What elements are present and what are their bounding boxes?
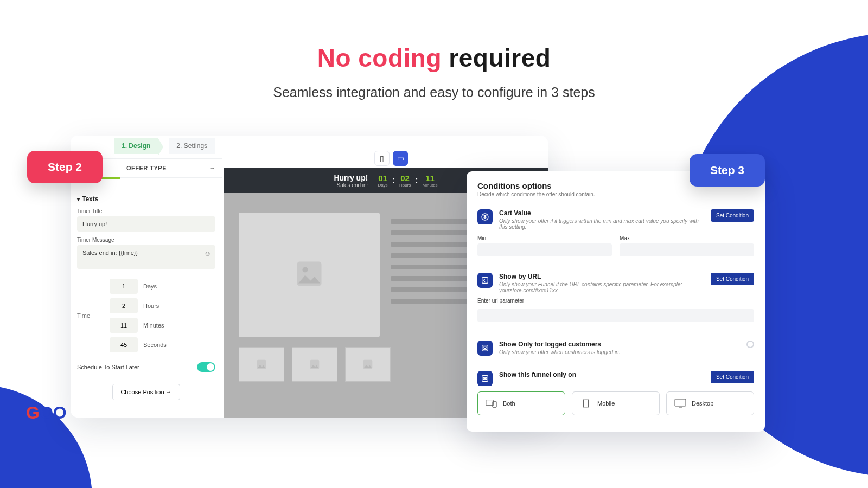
device-desktop-button[interactable]: ▭ — [393, 151, 408, 166]
set-condition-button[interactable]: Set Condition — [711, 371, 754, 383]
logged-name: Show Only for logged customers — [499, 341, 740, 348]
conditions-panel: Conditions options Decide which conditio… — [467, 171, 765, 432]
eye-icon — [477, 371, 493, 386]
thumbnail[interactable] — [239, 347, 284, 382]
svg-rect-13 — [493, 401, 496, 407]
svg-point-11 — [484, 378, 486, 379]
offer-type-label: OFFER TYPE — [126, 165, 167, 171]
show-url-name: Show by URL — [499, 273, 704, 280]
desktop-icon — [674, 399, 686, 408]
timer-message-label: Timer Message — [77, 237, 215, 243]
marketing-header: No coding required Seamless integration … — [0, 43, 868, 100]
tab-settings[interactable]: 2. Settings — [169, 138, 215, 154]
set-condition-button[interactable]: Set Condition — [711, 209, 754, 222]
time-minutes-input[interactable]: 11 — [110, 318, 138, 333]
title-rest: required — [442, 44, 551, 72]
device-desktop-button[interactable]: Desktop — [666, 391, 754, 415]
url-param-label: Enter url parameter — [477, 298, 754, 304]
page-subtitle: Seamless integration and easy to configu… — [0, 85, 868, 100]
devices-icon — [486, 399, 497, 408]
choose-position-button[interactable]: Choose Position → — [112, 384, 180, 400]
svg-rect-14 — [584, 399, 589, 408]
texts-section-header[interactable]: Texts — [77, 195, 215, 203]
timer-title-input[interactable] — [77, 216, 215, 232]
device-desktop-label: Desktop — [692, 400, 713, 407]
link-icon — [477, 273, 493, 288]
desktop-icon: ▭ — [397, 154, 404, 163]
time-seconds-input[interactable]: 45 — [110, 337, 138, 352]
device-both-label: Both — [503, 400, 515, 407]
image-icon — [293, 258, 326, 292]
step-2-badge: Step 2 — [27, 151, 103, 183]
schedule-label: Schedule To Start Later — [77, 364, 139, 370]
svg-rect-15 — [675, 399, 686, 406]
cd-days-lbl: Days — [378, 183, 387, 188]
tab-design[interactable]: 1. Design — [114, 138, 158, 154]
cart-value-name: Cart Value — [499, 209, 704, 217]
logged-desc: Only show your offer when customers is l… — [499, 349, 740, 355]
banner-subtitle: Sales end in: — [334, 182, 368, 188]
set-condition-button[interactable]: Set Condition — [711, 273, 754, 285]
time-minutes-label: Minutes — [143, 322, 192, 329]
time-days-label: Days — [143, 283, 192, 290]
emoji-icon[interactable]: ☺ — [204, 249, 211, 258]
mobile-icon — [580, 399, 592, 408]
show-url-desc: Only show your Funnel if the URL contain… — [499, 281, 704, 293]
device-mobile-label: Mobile — [597, 400, 615, 407]
device-mobile-button[interactable]: ▯ — [374, 151, 390, 166]
cd-hours-lbl: Hours — [399, 183, 411, 188]
cd-min-num: 11 — [423, 174, 438, 183]
page-title: No coding required — [0, 43, 868, 73]
svg-point-1 — [303, 267, 308, 273]
mobile-icon: ▯ — [380, 154, 384, 163]
device-mobile-button[interactable]: Mobile — [572, 391, 660, 415]
only-on-name: Show this funnel only on — [499, 371, 704, 378]
min-label: Min — [477, 235, 612, 241]
step-3-badge: Step 3 — [690, 154, 765, 187]
schedule-toggle[interactable] — [197, 362, 215, 372]
banner-title: Hurry up! — [334, 174, 368, 182]
user-icon — [477, 341, 493, 356]
min-input[interactable] — [477, 243, 612, 256]
cd-hours-num: 02 — [399, 174, 411, 183]
time-hours-label: Hours — [143, 303, 192, 309]
time-hours-input[interactable]: 2 — [110, 298, 138, 313]
timer-message-input[interactable]: Sales end in: {{time}} — [77, 245, 215, 269]
brand-logo: G O O — [26, 403, 67, 423]
device-toggle: ▯ ▭ — [374, 151, 408, 166]
chevron-right-icon: → — [210, 165, 216, 171]
thumbnail[interactable] — [345, 347, 391, 382]
max-input[interactable] — [620, 243, 754, 256]
max-label: Max — [620, 235, 754, 241]
wizard-tabs: 1. Design 2. Settings — [71, 136, 548, 156]
time-group-label: Time — [77, 312, 100, 319]
countdown: 01Days : 02Hours : 11Minutes — [378, 174, 437, 188]
url-param-input[interactable] — [477, 309, 754, 322]
thumbnail[interactable] — [292, 347, 337, 382]
title-accent: No coding — [317, 44, 442, 72]
time-days-input[interactable]: 1 — [110, 279, 138, 294]
cart-value-desc: Only show your offer if it triggers with… — [499, 218, 704, 230]
svg-rect-6 — [482, 278, 488, 284]
logged-radio[interactable] — [746, 341, 754, 348]
dollar-icon — [477, 209, 493, 224]
conditions-subtitle: Decide which conditions the offer should… — [477, 191, 754, 197]
svg-point-8 — [484, 346, 486, 349]
cd-days-num: 01 — [378, 174, 387, 183]
timer-title-label: Timer Title — [77, 208, 215, 214]
cd-min-lbl: Minutes — [423, 183, 438, 188]
product-image-placeholder — [239, 213, 380, 337]
design-left-panel: Texts Timer Title Timer Message Sales en… — [71, 184, 222, 418]
device-both-button[interactable]: Both — [477, 391, 565, 415]
time-seconds-label: Seconds — [143, 342, 192, 348]
